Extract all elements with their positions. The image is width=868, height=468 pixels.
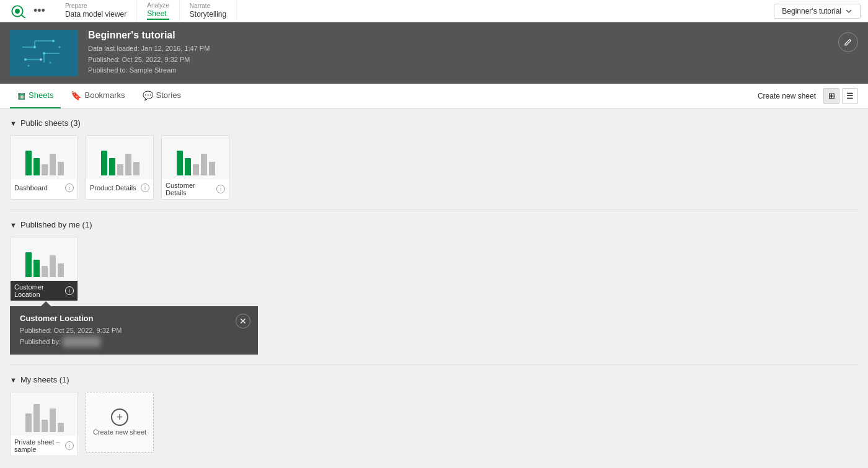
top-nav: ••• Prepare Data model viewer Analyze Sh… xyxy=(0,0,868,22)
sheet-preview xyxy=(162,136,229,179)
grid-view-button[interactable]: ⊞ xyxy=(823,88,839,104)
app-meta-published-to: Published to: Sample Stream xyxy=(88,65,858,76)
chevron-down-icon xyxy=(845,7,852,15)
app-meta-loaded: Data last loaded: Jan 12, 2016, 1:47 PM xyxy=(88,43,858,55)
chevron-down-icon: ▼ xyxy=(10,120,17,127)
sheet-name: Dashboard xyxy=(14,184,48,192)
nav-narrate[interactable]: Narrate Storytelling xyxy=(180,0,237,22)
info-icon[interactable]: i xyxy=(65,183,74,192)
app-thumbnail xyxy=(10,30,78,76)
edit-icon xyxy=(844,38,852,46)
nav-prepare[interactable]: Prepare Data model viewer xyxy=(55,0,137,22)
list-view-button[interactable]: ☰ xyxy=(842,88,858,104)
info-icon[interactable]: i xyxy=(216,185,225,193)
tooltip-published-by: Published by: xyxy=(20,337,248,348)
info-icon[interactable]: i xyxy=(141,183,149,192)
public-sheets-grid: DashboardiProduct DetailsiCustomer Detai… xyxy=(10,135,858,200)
create-new-sheet-label: Create new sheet xyxy=(93,428,146,436)
app-header: Beginner's tutorial Data last loaded: Ja… xyxy=(0,22,868,84)
sheet-label-row: Product Detailsi xyxy=(86,179,153,196)
sheet-name: Customer Location xyxy=(14,283,65,298)
app-title: Beginner's tutorial xyxy=(88,30,858,41)
tooltip-close-button[interactable]: ✕ xyxy=(236,314,250,329)
public-sheets-section-header[interactable]: ▼ Public sheets (3) xyxy=(10,118,858,128)
my-sheets-section-header[interactable]: ▼ My sheets (1) xyxy=(10,375,858,384)
info-icon[interactable]: i xyxy=(65,441,74,450)
svg-point-1 xyxy=(15,9,20,14)
sheet-card[interactable]: Private sheet – samplei xyxy=(10,392,78,456)
tutorial-button[interactable]: Beginner's tutorial xyxy=(774,4,861,19)
sheet-preview xyxy=(11,237,78,281)
sheets-icon: ▦ xyxy=(17,91,25,100)
sheet-label-row: Customer Locationi xyxy=(11,281,78,301)
tooltip-published: Published: Oct 25, 2022, 9:32 PM xyxy=(20,325,248,337)
nav-analyze[interactable]: Analyze Sheet xyxy=(137,0,180,22)
plus-icon: + xyxy=(111,408,128,426)
chevron-down-icon: ▼ xyxy=(10,221,17,229)
sheet-label-row: Private sheet – samplei xyxy=(11,436,78,456)
sheet-card[interactable]: Product Detailsi xyxy=(86,135,154,200)
chevron-down-icon: ▼ xyxy=(10,376,17,384)
main-content: ▼ Public sheets (3) DashboardiProduct De… xyxy=(0,108,868,468)
sheet-label-row: Dashboardi xyxy=(11,179,78,196)
edit-button[interactable] xyxy=(838,32,858,52)
app-info: Beginner's tutorial Data last loaded: Ja… xyxy=(88,30,858,76)
sheet-tooltip-popup: Customer Location Published: Oct 25, 202… xyxy=(10,306,258,355)
published-section-header[interactable]: ▼ Published by me (1) xyxy=(10,220,858,229)
sheet-preview xyxy=(11,392,78,436)
my-sheets-grid: Private sheet – samplei+Create new sheet xyxy=(10,392,858,456)
svg-point-7 xyxy=(33,46,36,48)
published-sheets-grid: Customer Locationi xyxy=(10,237,858,301)
sheet-name: Private sheet – sample xyxy=(14,438,65,453)
svg-point-16 xyxy=(50,61,51,63)
svg-point-14 xyxy=(40,58,42,61)
tooltip-title: Customer Location xyxy=(20,314,248,323)
sheet-card[interactable]: Customer Locationi xyxy=(10,237,78,301)
bookmark-icon: 🔖 xyxy=(71,91,81,100)
svg-point-8 xyxy=(52,40,55,42)
tab-stories[interactable]: 💬 Stories xyxy=(135,84,188,108)
tabs-bar: ▦ Sheets 🔖 Bookmarks 💬 Stories Create ne… xyxy=(0,84,868,108)
sheet-card[interactable]: Dashboardi xyxy=(10,135,78,200)
create-new-sheet-card[interactable]: +Create new sheet xyxy=(86,392,154,453)
info-icon[interactable]: i xyxy=(65,286,74,295)
tab-sheets[interactable]: ▦ Sheets xyxy=(10,84,61,108)
tooltip-published-by-value xyxy=(63,337,100,348)
sheet-label-row: Customer Detailsi xyxy=(162,179,229,199)
stories-icon: 💬 xyxy=(143,91,153,100)
app-meta-published: Published: Oct 25, 2022, 9:32 PM xyxy=(88,55,858,66)
svg-point-15 xyxy=(59,46,61,48)
sheet-name: Product Details xyxy=(90,184,136,192)
sheet-preview xyxy=(11,136,78,179)
qlik-logo[interactable] xyxy=(7,4,27,18)
svg-line-2 xyxy=(21,15,25,18)
view-toggle: ⊞ ☰ xyxy=(823,88,858,104)
sheet-preview xyxy=(86,136,154,179)
nav-menu-dots[interactable]: ••• xyxy=(33,4,45,17)
sheet-name: Customer Details xyxy=(166,182,216,196)
sheet-card[interactable]: Customer Detailsi xyxy=(161,135,229,200)
create-sheet-button[interactable]: Create new sheet xyxy=(758,92,816,100)
tooltip-arrow xyxy=(41,301,51,306)
svg-point-11 xyxy=(43,52,45,55)
svg-point-13 xyxy=(24,58,27,61)
svg-point-17 xyxy=(28,64,30,66)
app-thumb-graphic xyxy=(16,35,72,72)
tab-bookmarks[interactable]: 🔖 Bookmarks xyxy=(63,84,132,108)
